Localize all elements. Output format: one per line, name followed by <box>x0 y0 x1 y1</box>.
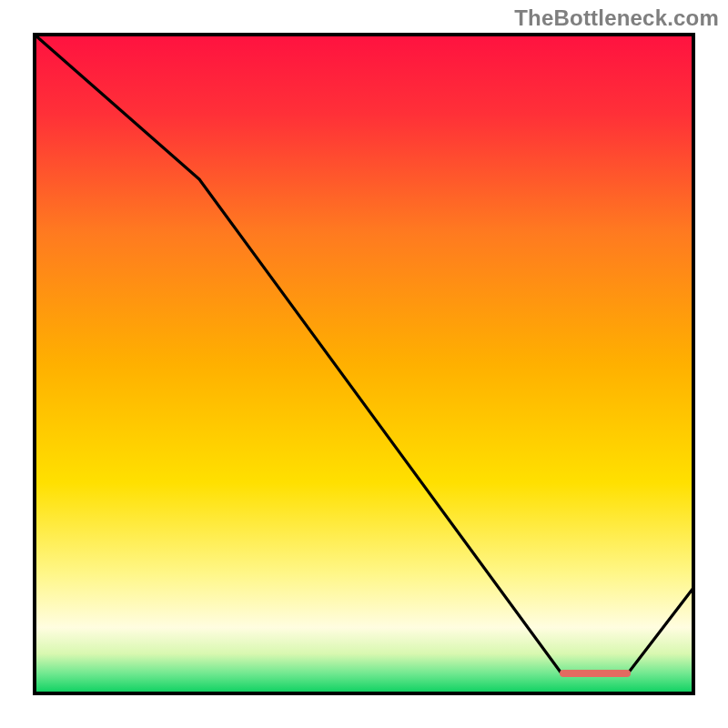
watermark-text: TheBottleneck.com <box>514 5 719 31</box>
chart-container: TheBottleneck.com <box>0 0 728 728</box>
highlight-marker <box>560 670 631 677</box>
chart-svg <box>0 0 728 728</box>
plot-background <box>35 35 693 693</box>
